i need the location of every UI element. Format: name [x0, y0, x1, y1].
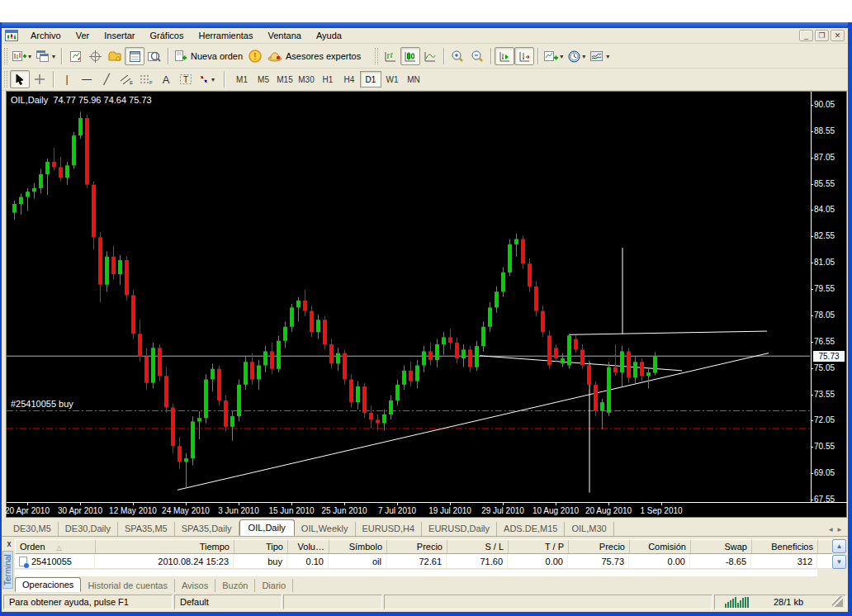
new-chart-dropdown-icon[interactable]: ▾: [28, 53, 31, 60]
column-volumen[interactable]: Volu…: [288, 540, 329, 553]
menu-graficos[interactable]: Gráficos: [143, 29, 192, 42]
chart-shift-button[interactable]: [514, 47, 534, 65]
column-comision[interactable]: Comisión: [630, 540, 691, 553]
chart-tab-eurusd-daily[interactable]: EURUSD,Daily: [422, 522, 497, 536]
price-axis[interactable]: 75.73 90.0588.5587.0585.5584.0582.5581.0…: [811, 92, 848, 502]
terminal-close-icon[interactable]: x: [4, 539, 14, 549]
indicators-button[interactable]: ▾: [542, 47, 566, 65]
menu-ver[interactable]: Ver: [69, 29, 97, 42]
mdi-restore-button[interactable]: ❐: [815, 30, 829, 41]
terminal-tab-diario[interactable]: Diario: [255, 579, 293, 592]
toolbar-grip[interactable]: [4, 71, 7, 88]
profiles-dropdown-icon[interactable]: ▾: [52, 53, 55, 60]
terminal-tab-operaciones[interactable]: Operaciones: [15, 577, 81, 592]
order-row[interactable]: 25410055 2010.08.24 15:23 buy 0.10 oil 7…: [15, 554, 833, 569]
candlestick-chart-button[interactable]: [400, 47, 420, 65]
column-tipo[interactable]: Tipo: [234, 540, 288, 553]
timeframe-h1-button[interactable]: H1: [317, 71, 338, 88]
terminal-tab-buzon[interactable]: Buzón: [215, 579, 255, 592]
text-tool-button[interactable]: A: [156, 70, 176, 88]
scroll-up-button[interactable]: ▲: [832, 539, 846, 553]
vertical-line-tool-button[interactable]: |: [57, 70, 77, 88]
crosshair-tool-button[interactable]: [30, 70, 50, 88]
timeframe-d1-button[interactable]: D1: [360, 71, 381, 88]
status-profile[interactable]: Default: [174, 595, 282, 609]
column-orden[interactable]: Orden△: [16, 540, 96, 553]
profiles-button[interactable]: ▾: [34, 47, 58, 65]
chart-tab-oil-daily[interactable]: OIL,Daily: [239, 519, 295, 536]
navigator-button[interactable]: [105, 47, 125, 65]
toolbar-grip[interactable]: [4, 48, 7, 64]
window-titlebar[interactable]: [0, 22, 852, 28]
market-watch-button[interactable]: [65, 47, 85, 65]
periods-dropdown-icon[interactable]: ▾: [582, 53, 585, 60]
fibonacci-tool-button[interactable]: F: [136, 70, 156, 88]
line-chart-button[interactable]: [420, 47, 440, 65]
chart-tab-de30-daily[interactable]: DE30,Daily: [59, 522, 118, 536]
mdi-close-button[interactable]: ✕: [831, 30, 845, 41]
candle-body: [164, 376, 168, 407]
data-window-button[interactable]: [85, 47, 105, 65]
timeframe-mn-button[interactable]: MN: [403, 71, 424, 88]
timeframe-w1-button[interactable]: W1: [381, 71, 403, 88]
metaeditor-button[interactable]: !: [245, 47, 265, 65]
chart-tab-spa35-daily[interactable]: SPA35,Daily: [175, 522, 239, 536]
chart-tab-spa35-m5[interactable]: SPA35,M5: [118, 522, 175, 536]
chart-tab-oil-weekly[interactable]: OIL,Weekly: [295, 522, 356, 536]
menu-ayuda[interactable]: Ayuda: [309, 29, 349, 42]
chart-tab-oil-m30[interactable]: OIL,M30: [565, 522, 613, 536]
arrows-tool-button[interactable]: ▾: [196, 70, 217, 88]
expert-advisors-button[interactable]: Asesores expertos: [265, 47, 363, 65]
resize-grip[interactable]: [832, 596, 843, 607]
terminal-tab-historial[interactable]: Historial de cuentas: [81, 579, 175, 592]
timeframe-m5-button[interactable]: M5: [253, 71, 274, 88]
new-order-button[interactable]: Nueva orden: [172, 47, 245, 65]
equidistant-channel-tool-button[interactable]: E: [116, 70, 136, 88]
column-precio-apertura[interactable]: Precio: [387, 540, 447, 553]
scroll-down-button[interactable]: ▼: [832, 555, 846, 569]
bar-chart-button[interactable]: [381, 47, 400, 65]
status-connection-cell[interactable]: 28/1 kb: [714, 595, 846, 609]
horizontal-line-tool-button[interactable]: —: [77, 70, 97, 88]
terminal-tab-avisos[interactable]: Avisos: [175, 579, 215, 592]
chart-tab-eurusd-h4[interactable]: EURUSD,H4: [356, 522, 423, 536]
arrows-dropdown-icon[interactable]: ▾: [211, 76, 215, 83]
periods-button[interactable]: ▾: [566, 47, 588, 65]
strategy-tester-button[interactable]: [144, 47, 164, 65]
timeframe-m15-button[interactable]: M15: [274, 71, 296, 88]
menu-archivo[interactable]: Archivo: [23, 29, 69, 42]
menu-ventana[interactable]: Ventana: [261, 29, 309, 42]
text-label-tool-button[interactable]: T: [176, 70, 196, 88]
column-swap[interactable]: Swap: [691, 540, 752, 553]
indicators-dropdown-icon[interactable]: ▾: [560, 53, 563, 60]
mdi-minimize-button[interactable]: _: [799, 30, 813, 41]
column-simbolo[interactable]: Símbolo: [329, 540, 387, 553]
cursor-tool-button[interactable]: [10, 70, 30, 88]
time-axis[interactable]: 20 Apr 201030 Apr 201012 May 201024 May …: [7, 502, 848, 518]
column-precio-actual[interactable]: Precio: [569, 540, 630, 553]
templates-dropdown-icon[interactable]: ▾: [606, 53, 609, 60]
menu-herramientas[interactable]: Herramientas: [191, 29, 260, 42]
toolbar-grip[interactable]: [375, 48, 378, 64]
terminal-button[interactable]: [125, 47, 144, 65]
auto-scroll-button[interactable]: [495, 47, 514, 65]
menu-insertar[interactable]: Insertar: [97, 29, 142, 42]
chart-plot-area[interactable]: #25410055 buy: [7, 92, 810, 502]
timeframe-m30-button[interactable]: M30: [296, 71, 317, 88]
terminal-side-label[interactable]: Terminal: [2, 551, 13, 589]
column-beneficios[interactable]: Beneficios: [752, 540, 818, 553]
chart-tab-adsde-m15[interactable]: ADS.DE,M15: [497, 522, 565, 536]
templates-button[interactable]: ▾: [588, 47, 612, 65]
zoom-in-button[interactable]: [447, 47, 467, 65]
new-chart-button[interactable]: ▾: [10, 47, 34, 65]
chart-tab-de30-m5[interactable]: DE30,M5: [7, 522, 59, 536]
tab-scroll-right-icon[interactable]: ►: [836, 526, 843, 533]
zoom-out-button[interactable]: [467, 47, 487, 65]
timeframe-h4-button[interactable]: H4: [338, 71, 360, 88]
column-tp[interactable]: T / P: [509, 540, 569, 553]
timeframe-m1-button[interactable]: M1: [231, 71, 253, 88]
tab-scroll-left-icon[interactable]: ◄: [827, 526, 834, 533]
column-tiempo[interactable]: Tiempo: [96, 540, 234, 553]
column-sl[interactable]: S / L: [447, 540, 509, 553]
trendline-tool-button[interactable]: ╱: [97, 70, 116, 88]
